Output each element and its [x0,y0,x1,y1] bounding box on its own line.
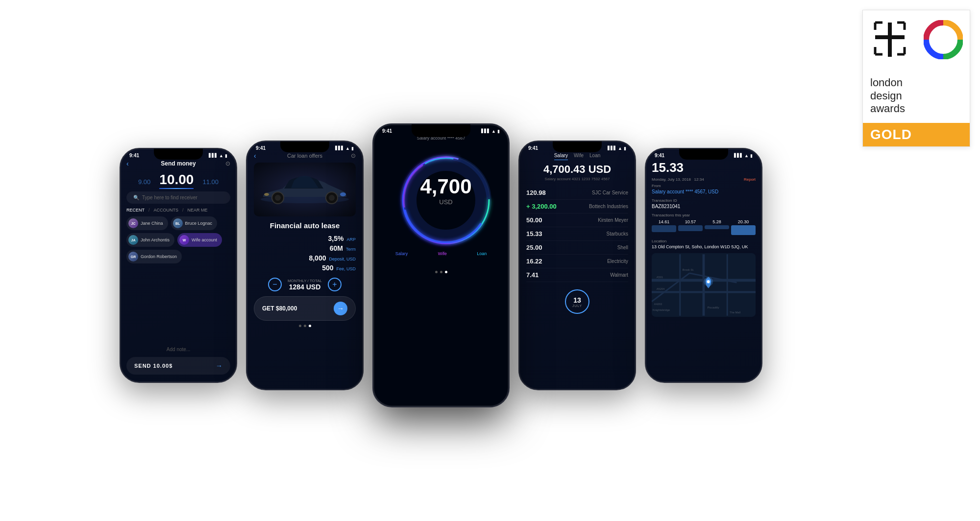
get-loan-button[interactable]: GET $80,000 → [254,296,356,321]
tx-row-2: + 3,200.00 Bottech Industries [526,200,628,213]
tab-loan[interactable]: Loan [589,153,600,160]
car-image [254,163,356,216]
phone1-content: ‹ Send money ⊙ 9.00 10.00 11.00 🔍 Type h… [121,160,236,379]
send-button[interactable]: SEND 10.00$ → [126,357,230,375]
tab-salary[interactable]: Salary [554,153,568,160]
contact-bruce[interactable]: BL Bruce Lognac [171,216,218,230]
tx-year-label: Transactions this year [652,213,756,217]
tab-near-me[interactable]: NEAR ME [188,208,208,213]
battery-icon: ▮ [497,129,500,134]
avatar-john: JA [128,235,138,245]
monthly-value: 1284 USD [288,283,322,291]
dot-1 [299,325,301,327]
decrease-button[interactable]: − [268,278,282,291]
nav-tabs: RECENT / ACCOUNTS / NEAR ME [126,208,230,213]
phone3-pagination-dots [435,271,447,276]
phone-tx-detail: 9:41 ▋▋▋ ▲ ▮ 15.33 Monday, July 13, 2018… [645,148,762,383]
svg-text:4,700: 4,700 [420,175,471,198]
signal-icon: ▋▋▋ [734,153,743,158]
phone3-time: 9:41 [382,128,392,134]
svg-point-14 [329,195,335,201]
date-day: 13 [573,296,581,304]
svg-text:USD: USD [439,198,452,206]
back-arrow-icon[interactable]: ‹ [126,160,129,167]
tx-amount-3: 50.00 [526,216,542,224]
tx-amount-2: + 3,200.00 [526,203,557,210]
tx-from-row: From Salary account **** 4567, USD [652,184,756,194]
award-text-block: londondesignawards [863,69,970,123]
tx-id-label: Transaction ID [652,198,756,203]
phone2-settings-icon[interactable]: ⊙ [351,152,356,159]
settings-icon[interactable]: ⊙ [225,160,230,167]
amount-slider: 9.00 10.00 11.00 [126,170,230,189]
wifi-icon: ▲ [744,153,749,158]
phone1-status-icons: ▋▋▋ ▲ ▮ [209,153,227,158]
avatar-gordon: GR [128,252,138,261]
tx-id-value: BAZ8231041 [652,204,756,209]
tab-wife[interactable]: Wife [574,153,584,160]
contact-wife-account[interactable]: W Wife account [177,233,222,247]
svg-text:A5204: A5204 [657,287,665,290]
wifi-icon: ▲ [219,153,223,158]
contact-gordon[interactable]: GR Gordon Robertson [126,250,182,263]
dot-3 [309,325,311,327]
contact-jane-china[interactable]: JC Jane China [126,216,168,230]
increase-button[interactable]: + [328,278,342,291]
wifi-icon: ▲ [491,129,496,134]
signal-icon: ▋▋▋ [209,153,218,158]
tx-name-1: SJC Car Service [592,190,628,195]
tx-name-2: Bottech Industries [589,204,628,209]
loan-term-value: 60M [330,244,343,252]
send-arrow-icon: → [216,362,222,370]
battery-icon: ▮ [225,153,227,158]
monthly-info: MONTHLY / TOTAL 1284 USD [288,279,322,291]
svg-text:A4202: A4202 [654,303,662,306]
tx-name-5: Shell [617,245,628,250]
phone1-notch [154,149,203,160]
tx-header-row: Monday, July 13, 2018 12:34 Report [652,177,756,182]
award-swirl-icon [916,10,970,69]
phone5-time: 9:41 [655,153,664,158]
svg-text:A501: A501 [657,276,663,279]
amount-underline [159,188,194,189]
phone-dashboard: 9:41 ▋▋▋ ▲ ▮ Salary account **** 4567 [372,123,510,407]
loan-fee-label: Fee, USD [336,266,356,271]
phone2-status-icons: ▋▋▋ ▲ ▮ [335,146,354,151]
svg-point-16 [264,193,269,196]
phone3-content: Salary account **** 4567 [373,136,509,403]
tx-amount-5: 25.00 [526,244,542,251]
phone2-time: 9:41 [256,145,266,151]
phone-send-money: 9:41 ▋▋▋ ▲ ▮ ‹ Send money ⊙ 9.00 10.00 1… [120,148,237,383]
loan-term-label: Term [346,247,356,252]
phone4-time: 9:41 [528,145,538,151]
phone3-notch [412,124,470,137]
phone1-time: 9:41 [129,153,139,158]
phone2-header: ‹ Car loan offers ⊙ [254,153,356,159]
search-icon: 🔍 [133,195,139,200]
date-badge: 13 JULY [565,289,589,314]
add-note: Add note... [126,275,230,352]
phone2-back-icon[interactable]: ‹ [254,152,256,160]
monthly-row: − MONTHLY / TOTAL 1284 USD + [254,278,356,291]
date-month: JULY [572,304,583,308]
search-bar[interactable]: 🔍 Type here to find receiver [126,191,230,204]
tx-name-7: Walmart [610,272,628,278]
contact-john[interactable]: JA John Archontis [126,233,174,247]
loan-arp-row: 3,5% ARP [254,235,356,242]
svg-text:The Mall: The Mall [730,311,740,314]
phone1-title: Send money [161,160,196,167]
tab-recent[interactable]: RECENT [126,208,145,213]
chart-bar-4: 20.30 [731,219,756,235]
report-link[interactable]: Report [744,177,756,182]
get-btn-arrow-icon: → [334,302,347,315]
svg-point-12 [275,195,281,201]
phone-car-loan: 9:41 ▋▋▋ ▲ ▮ ‹ Car loan offers ⊙ [246,141,364,390]
tab-accounts[interactable]: ACCOUNTS [154,208,179,213]
loan-fee-value: 500 [322,264,333,272]
amount-right: 11.00 [202,178,219,186]
chart-bar-3: 5.28 [705,219,729,235]
chart-bar-1: 14.61 [652,219,676,235]
contact-name-gordon: Gordon Robertson [141,254,177,259]
phone2-notch [280,142,329,152]
phone5-content: 15.33 Monday, July 13, 2018 12:34 Report… [646,160,761,379]
